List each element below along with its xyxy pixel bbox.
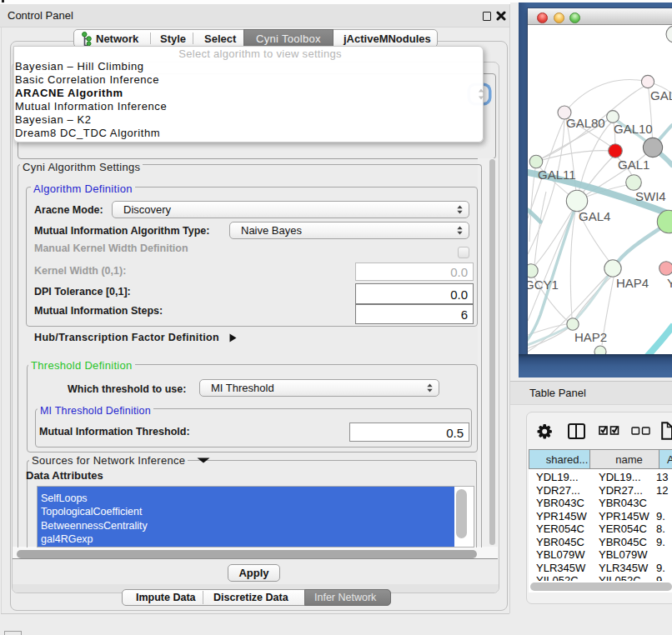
svg-text:HAP2: HAP2: [574, 330, 607, 344]
svg-text:GAL1: GAL1: [618, 158, 649, 172]
svg-text:GAL10: GAL10: [614, 122, 653, 136]
svg-text:HAP4: HAP4: [616, 276, 649, 290]
svg-text:GAL4: GAL4: [579, 209, 610, 223]
svg-text:GCY1: GCY1: [528, 278, 559, 292]
svg-text:Y: Y: [667, 276, 672, 290]
svg-text:GAL11: GAL11: [538, 168, 576, 182]
svg-text:GAL80: GAL80: [566, 116, 605, 130]
svg-text:SWI4: SWI4: [635, 189, 666, 203]
svg-text:GAL8: GAL8: [650, 88, 672, 102]
